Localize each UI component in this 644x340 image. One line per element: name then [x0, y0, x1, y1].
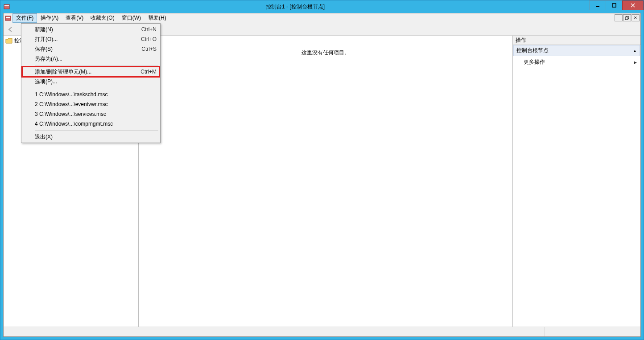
list-pane[interactable]: 这里没有任何项目。 [139, 36, 513, 327]
menu-view[interactable]: 查看(V) [62, 13, 87, 23]
file-menu-dropdown: 新建(N) Ctrl+N 打开(O)... Ctrl+O 保存(S) Ctrl+… [21, 23, 161, 143]
menu-item-open[interactable]: 打开(O)... Ctrl+O [22, 34, 159, 44]
mdi-window-controls: ‒ ✕ [614, 14, 640, 21]
menu-item-shortcut: Ctrl+O [141, 36, 157, 42]
menu-item-label: 另存为(A)... [35, 55, 62, 63]
menu-item-label: 新建(N) [35, 26, 53, 33]
actions-more-actions[interactable]: 更多操作 ▶ [514, 57, 640, 68]
statusbar [4, 327, 640, 336]
menu-item-shortcut: Ctrl+S [141, 46, 157, 52]
menu-file[interactable]: 文件(F) [12, 13, 37, 23]
actions-pane: 操作 控制台根节点 ▲ 更多操作 ▶ [513, 36, 640, 327]
menu-action[interactable]: 操作(A) [37, 13, 62, 23]
nav-back-button[interactable] [5, 24, 16, 35]
collapse-arrow-icon: ▲ [633, 49, 637, 53]
empty-list-text: 这里没有任何项目。 [301, 49, 350, 57]
actions-group-header[interactable]: 控制台根节点 ▲ [513, 45, 640, 56]
statusbar-cell-main [4, 327, 545, 336]
folder-icon [5, 38, 12, 44]
menu-item-recent-4[interactable]: 4 C:\Windows\...\compmgmt.msc [22, 119, 159, 129]
menu-item-label: 选项(P)... [35, 78, 57, 86]
menu-separator [35, 65, 158, 66]
menu-item-options[interactable]: 选项(P)... [22, 77, 159, 86]
menu-window[interactable]: 窗口(W) [118, 13, 144, 23]
menu-item-recent-2[interactable]: 2 C:\Windows\...\eventvwr.msc [22, 99, 159, 109]
menu-item-new[interactable]: 新建(N) Ctrl+N [22, 25, 159, 34]
actions-pane-header: 操作 [513, 36, 640, 45]
menu-item-label: 3 C:\Windows\...\services.msc [35, 111, 106, 117]
menubar[interactable]: 文件(F) 操作(A) 查看(V) 收藏夹(O) 窗口(W) 帮助(H) ‒ ✕… [4, 13, 640, 23]
menu-favorites[interactable]: 收藏夹(O) [87, 13, 118, 23]
menu-item-label: 保存(S) [35, 45, 53, 53]
window-title: 控制台1 - [控制台根节点] [0, 3, 590, 11]
menu-item-shortcut: Ctrl+M [140, 69, 157, 75]
svg-rect-9 [625, 17, 628, 20]
submenu-arrow-icon: ▶ [634, 60, 637, 65]
svg-rect-6 [5, 16, 11, 20]
actions-item-label: 更多操作 [524, 58, 545, 66]
menu-item-label: 添加/删除管理单元(M)... [35, 68, 91, 76]
menu-item-label: 4 C:\Windows\...\compmgmt.msc [35, 121, 113, 127]
mmc-frame: 文件(F) 操作(A) 查看(V) 收藏夹(O) 窗口(W) 帮助(H) ‒ ✕… [3, 13, 641, 337]
mdi-minimize-button[interactable]: ‒ [615, 14, 623, 21]
outer-window: 控制台1 - [控制台根节点] 文件(F) 操作(A) 查看(V) 收藏夹(O)… [0, 0, 644, 340]
menu-item-label: 1 C:\Windows\...\taskschd.msc [35, 91, 107, 98]
statusbar-cell-right [545, 327, 640, 336]
menu-item-save[interactable]: 保存(S) Ctrl+S [22, 44, 159, 54]
client-area: 文件(F) 操作(A) 查看(V) 收藏夹(O) 窗口(W) 帮助(H) ‒ ✕… [0, 13, 644, 340]
menu-separator [35, 88, 158, 88]
svg-rect-3 [612, 4, 616, 7]
menu-separator [35, 130, 158, 131]
menu-item-save-as[interactable]: 另存为(A)... [22, 54, 159, 64]
menu-item-recent-1[interactable]: 1 C:\Windows\...\taskschd.msc [22, 90, 159, 99]
menu-item-recent-3[interactable]: 3 C:\Windows\...\services.msc [22, 109, 159, 119]
actions-group-title: 控制台根节点 [516, 47, 549, 54]
minimize-button[interactable] [589, 0, 606, 10]
window-controls [590, 0, 644, 10]
svg-rect-7 [6, 17, 10, 18]
mdi-close-button[interactable]: ✕ [632, 14, 640, 21]
menu-item-add-remove-snapin[interactable]: 添加/删除管理单元(M)... Ctrl+M [22, 67, 159, 77]
menu-item-label: 打开(O)... [35, 36, 58, 43]
menu-item-label: 退出(X) [35, 133, 53, 141]
menu-item-shortcut: Ctrl+N [141, 26, 157, 33]
mdi-restore-button[interactable] [623, 14, 631, 21]
maximize-button[interactable] [606, 0, 623, 10]
mmc-doc-icon [4, 13, 12, 23]
menu-item-exit[interactable]: 退出(X) [22, 132, 159, 142]
close-button[interactable] [622, 0, 644, 10]
menu-help[interactable]: 帮助(H) [144, 13, 170, 23]
menu-item-label: 2 C:\Windows\...\eventvwr.msc [35, 101, 107, 107]
titlebar[interactable]: 控制台1 - [控制台根节点] [0, 0, 644, 13]
